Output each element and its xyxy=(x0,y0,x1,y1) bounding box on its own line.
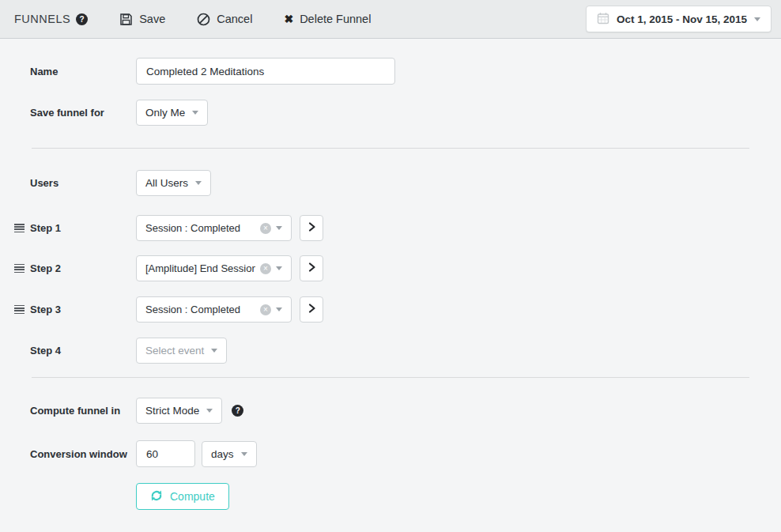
funnel-editor-form: Name Save funnel for Only Me Users All U… xyxy=(0,39,781,510)
chevron-down-icon xyxy=(276,308,282,311)
refresh-icon xyxy=(150,489,163,504)
compute-row: Compute xyxy=(30,483,749,510)
chevron-down-icon xyxy=(195,181,202,185)
compute-button[interactable]: Compute xyxy=(136,483,229,510)
section-divider xyxy=(32,377,749,378)
save-for-row: Save funnel for Only Me xyxy=(30,100,749,126)
funnel-name-input[interactable] xyxy=(136,58,395,85)
step-label: Step 2 xyxy=(30,262,136,274)
drag-handle-icon[interactable] xyxy=(14,264,25,273)
step-row: Step 3 Session : Completed × xyxy=(30,296,749,323)
funnels-title: FUNNELS xyxy=(14,13,70,25)
save-button[interactable]: Save xyxy=(119,13,165,26)
drag-handle-icon[interactable] xyxy=(14,224,25,232)
chevron-right-icon xyxy=(306,221,317,236)
compute-mode-label: Compute funnel in xyxy=(30,405,136,417)
help-icon[interactable]: ? xyxy=(76,13,88,25)
clear-icon[interactable]: × xyxy=(260,304,271,315)
clear-icon[interactable]: × xyxy=(260,223,271,234)
chevron-down-icon xyxy=(206,409,213,413)
compute-button-label: Compute xyxy=(170,490,215,503)
step-row: Step 4 Select event xyxy=(30,338,749,364)
save-label: Save xyxy=(139,13,165,25)
compute-mode-row: Compute funnel in Strict Mode ? xyxy=(30,398,749,424)
drag-handle-icon[interactable] xyxy=(14,305,25,314)
toolbar: FUNNELS ? Save Cancel ✖ Delete Funnel xyxy=(0,0,781,39)
section-divider xyxy=(32,148,749,149)
cancel-label: Cancel xyxy=(217,13,252,25)
chevron-down-icon xyxy=(241,452,247,456)
step-event-dropdown[interactable]: [Amplitude] End Session × xyxy=(136,255,292,281)
step-event-value: Session : Completed xyxy=(145,304,255,315)
date-range-label: Oct 1, 2015 - Nov 15, 2015 xyxy=(617,13,747,25)
save-for-value: Only Me xyxy=(145,107,185,119)
users-label: Users xyxy=(30,177,136,189)
step-expand-button[interactable] xyxy=(300,296,323,323)
chevron-down-icon xyxy=(276,226,282,230)
cancel-button[interactable]: Cancel xyxy=(197,13,252,26)
chevron-down-icon xyxy=(276,266,282,270)
step-event-dropdown[interactable]: Session : Completed × xyxy=(136,296,292,323)
delete-funnel-button[interactable]: ✖ Delete Funnel xyxy=(284,13,371,25)
save-icon xyxy=(119,13,133,26)
conversion-unit-dropdown[interactable]: days xyxy=(202,441,257,467)
save-for-dropdown[interactable]: Only Me xyxy=(136,100,208,126)
page-title: FUNNELS ? xyxy=(14,13,88,25)
help-icon[interactable]: ? xyxy=(232,405,243,417)
step-label: Step 1 xyxy=(30,222,136,234)
chevron-down-icon xyxy=(192,111,198,115)
chevron-right-icon xyxy=(306,262,317,276)
chevron-right-icon xyxy=(306,303,317,317)
cancel-icon xyxy=(197,13,210,26)
step-event-placeholder: Select event xyxy=(145,345,204,357)
compute-mode-dropdown[interactable]: Strict Mode xyxy=(136,398,222,424)
name-label: Name xyxy=(30,66,136,77)
step-expand-button[interactable] xyxy=(300,255,323,281)
step-expand-button[interactable] xyxy=(300,215,323,241)
step-row: Step 2 [Amplitude] End Session × xyxy=(30,255,749,281)
compute-mode-value: Strict Mode xyxy=(145,405,199,417)
date-range-picker[interactable]: Oct 1, 2015 - Nov 15, 2015 xyxy=(586,6,772,32)
save-for-label: Save funnel for xyxy=(30,107,136,119)
step-event-dropdown[interactable]: Session : Completed × xyxy=(136,215,292,241)
delete-icon: ✖ xyxy=(284,13,293,25)
step-row: Step 1 Session : Completed × xyxy=(30,215,749,241)
step-label: Step 4 xyxy=(30,345,136,357)
conversion-window-row: Conversion window days xyxy=(30,440,749,467)
users-value: All Users xyxy=(145,177,188,189)
users-dropdown[interactable]: All Users xyxy=(136,170,211,196)
conversion-window-label: Conversion window xyxy=(30,448,136,460)
calendar-icon xyxy=(597,12,609,27)
step-event-value: Session : Completed xyxy=(145,222,255,234)
delete-label: Delete Funnel xyxy=(300,13,371,25)
chevron-down-icon xyxy=(211,349,217,353)
step-event-dropdown[interactable]: Select event xyxy=(136,338,227,364)
conversion-window-input[interactable] xyxy=(136,440,195,467)
chevron-down-icon xyxy=(754,17,760,21)
users-row: Users All Users xyxy=(30,170,749,196)
conversion-unit-value: days xyxy=(211,448,234,460)
clear-icon[interactable]: × xyxy=(260,263,271,274)
step-label: Step 3 xyxy=(30,304,136,315)
step-event-value: [Amplitude] End Session xyxy=(145,262,255,274)
name-row: Name xyxy=(30,58,749,85)
